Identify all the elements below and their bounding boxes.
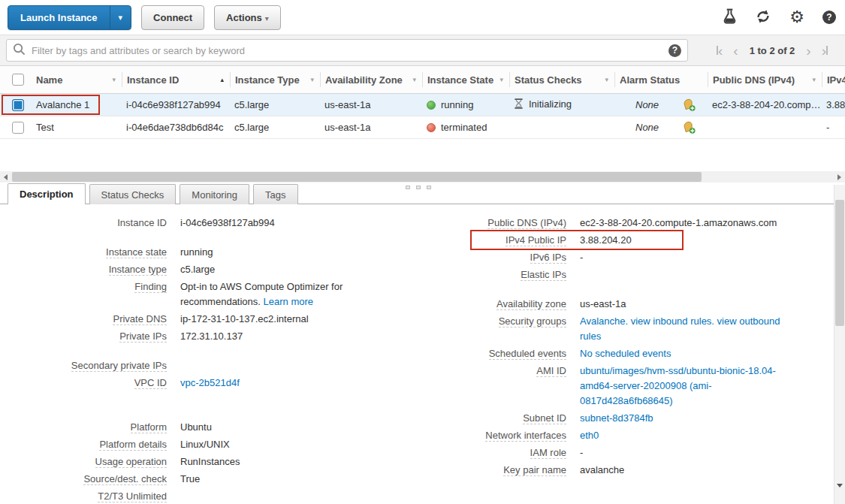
filter-help-icon[interactable]: ?	[668, 44, 681, 57]
scroll-right-arrow[interactable]	[834, 171, 845, 183]
ec2-console: Launch Instance ▾ Connect Actions▾ ⚙ ? ?	[0, 0, 845, 504]
vpc-id-link[interactable]: vpc-2b521d4f	[180, 377, 240, 388]
pagination: ‹ ‹ 1 to 2 of 2 › ›	[711, 44, 839, 58]
table-row[interactable]: Avalanche 1 i-04c6e938f127ab994 c5.large…	[0, 94, 845, 116]
row-checkbox[interactable]	[12, 122, 24, 134]
cell-instance-id[interactable]: i-04e6dae738db6d84c	[122, 122, 230, 133]
field-vpc-id: VPC IDvpc-2b521d4f	[0, 376, 422, 391]
cell-availability-zone[interactable]: us-east-1a	[320, 122, 422, 133]
header-name[interactable]: Name▾	[32, 72, 122, 87]
cell-instance-type[interactable]: c5.large	[230, 99, 320, 110]
row-checkbox[interactable]	[12, 99, 24, 111]
first-page-button[interactable]: ‹	[717, 44, 723, 58]
sort-down-icon[interactable]: ▾	[605, 76, 608, 83]
hourglass-icon	[514, 100, 524, 111]
scroll-down-arrow[interactable]	[837, 487, 843, 499]
tab-tags[interactable]: Tags	[253, 184, 297, 204]
horizontal-scrollbar[interactable]	[0, 171, 845, 183]
cell-instance-id[interactable]: i-04c6e938f127ab994	[122, 99, 230, 110]
field-instance-type: Instance typec5.large	[0, 262, 422, 277]
field-public-dns: Public DNS (IPv4)ec2-3-88-204-20.compute…	[422, 216, 834, 231]
cell-alarm-status: None	[614, 121, 708, 134]
sort-down-icon[interactable]: ▾	[812, 76, 816, 83]
running-status-icon	[427, 101, 436, 110]
header-ipv4-public-ip[interactable]: IPv4 Public IP	[822, 72, 845, 87]
learn-more-link[interactable]: Learn more	[264, 296, 313, 307]
filter-bar: ? ‹ ‹ 1 to 2 of 2 › ›	[0, 35, 845, 66]
caret-down-icon: ▾	[119, 13, 123, 23]
vertical-scroll-thumb[interactable]	[835, 200, 844, 326]
horizontal-scroll-thumb[interactable]	[12, 172, 702, 182]
detail-tabs: DescriptionStatus ChecksMonitoringTags	[0, 183, 845, 204]
field-key-pair-name: Key pair nameavalanche	[422, 463, 834, 478]
security-groups-link[interactable]: Avalanche. view inbound rules. view outb…	[580, 315, 780, 342]
launch-instance-button[interactable]: Launch Instance ▾	[8, 5, 131, 30]
launch-instance-dropdown[interactable]: ▾	[110, 6, 131, 29]
help-icon[interactable]: ?	[822, 11, 836, 24]
next-page-button[interactable]: ›	[806, 44, 810, 58]
tab-description[interactable]: Description	[8, 183, 86, 204]
bar-icon	[826, 46, 828, 55]
actions-button[interactable]: Actions▾	[214, 5, 281, 30]
search-icon	[13, 43, 26, 58]
toolbar: Launch Instance ▾ Connect Actions▾ ⚙ ?	[0, 0, 845, 35]
field-availability-zone: Availability zoneus-east-1a	[422, 297, 834, 312]
pane-resize-handle[interactable]	[406, 186, 431, 189]
cell-instance-state: terminated	[422, 122, 509, 133]
create-alarm-bell-icon[interactable]	[682, 121, 696, 134]
create-alarm-bell-icon[interactable]	[682, 98, 696, 111]
header-instance-id[interactable]: Instance ID▴	[122, 72, 230, 87]
field-iam-role: IAM role-	[422, 445, 834, 460]
cell-name[interactable]: Avalanche 1	[32, 99, 122, 110]
prev-page-button[interactable]: ‹	[733, 44, 738, 58]
cell-status-checks: Initializing	[509, 98, 614, 111]
sort-down-icon[interactable]: ▾	[112, 76, 116, 83]
field-t2-t3-unlimited: T2/T3 Unlimited	[0, 489, 422, 504]
field-finding: FindingOpt-in to AWS Compute Optimizer f…	[0, 279, 422, 309]
cell-availability-zone[interactable]: us-east-1a	[320, 99, 422, 110]
field-security-groups: Security groupsAvalanche. view inbound r…	[422, 314, 834, 344]
field-instance-state: Instance staterunning	[0, 245, 422, 260]
cell-ipv4-public-ip[interactable]: 3.88.204.20	[822, 99, 845, 110]
sort-down-icon[interactable]: ▾	[412, 76, 416, 83]
table-row[interactable]: Test i-04e6dae738db6d84c c5.large us-eas…	[0, 116, 845, 139]
header-instance-type[interactable]: Instance Type▾	[230, 72, 320, 87]
vertical-scrollbar[interactable]	[834, 185, 845, 504]
tab-status-checks[interactable]: Status Checks	[89, 184, 177, 204]
field-ipv6-ips: IPv6 IPs-	[422, 250, 834, 265]
filter-input[interactable]	[32, 45, 668, 56]
chevron-left-icon: ‹	[733, 44, 738, 58]
subnet-id-link[interactable]: subnet-8d3784fb	[580, 412, 653, 424]
last-page-button[interactable]: ›	[822, 44, 828, 58]
header-alarm-status[interactable]: Alarm Status	[614, 72, 708, 87]
sort-down-icon[interactable]: ▾	[310, 76, 314, 83]
scheduled-events-link[interactable]: No scheduled events	[580, 348, 671, 359]
header-status-checks[interactable]: Status Checks▾	[509, 72, 614, 87]
scroll-left-arrow[interactable]	[0, 171, 11, 183]
chevron-left-icon: ‹	[718, 44, 723, 58]
header-availability-zone[interactable]: Availability Zone▾	[320, 72, 422, 87]
field-platform: PlatformUbuntu	[0, 420, 422, 435]
refresh-icon[interactable]	[755, 9, 771, 26]
select-all-checkbox-cell	[0, 72, 32, 87]
gear-icon[interactable]: ⚙	[789, 9, 804, 26]
instances-table: Name▾ Instance ID▴ Instance Type▾ Availa…	[0, 66, 845, 139]
cell-instance-type[interactable]: c5.large	[230, 122, 320, 133]
tab-monitoring[interactable]: Monitoring	[180, 184, 249, 204]
cell-ipv4-public-ip[interactable]: -	[822, 122, 845, 133]
description-panel: Instance IDi-04c6e938f127ab994 Instance …	[0, 205, 834, 504]
cell-public-dns[interactable]: ec2-3-88-204-20.compute-1.amazonaws.com	[708, 99, 822, 110]
ami-id-link[interactable]: ubuntu/images/hvm-ssd/ubuntu-bionic-18.0…	[580, 365, 776, 406]
beaker-icon[interactable]	[723, 8, 737, 27]
sort-up-icon[interactable]: ▴	[220, 76, 224, 83]
filter-field[interactable]: ?	[6, 39, 688, 62]
toolbar-icons: ⚙ ?	[723, 8, 837, 27]
select-all-checkbox[interactable]	[12, 74, 24, 86]
header-instance-state[interactable]: Instance State▾	[422, 72, 509, 87]
connect-button[interactable]: Connect	[141, 5, 204, 30]
header-public-dns[interactable]: Public DNS (IPv4)▾	[708, 72, 822, 87]
sort-down-icon[interactable]: ▾	[499, 76, 503, 83]
network-interfaces-link[interactable]: eth0	[580, 430, 599, 441]
cell-name[interactable]: Test	[32, 122, 122, 133]
field-ipv4-public-ip: IPv4 Public IP3.88.204.20	[422, 233, 834, 248]
